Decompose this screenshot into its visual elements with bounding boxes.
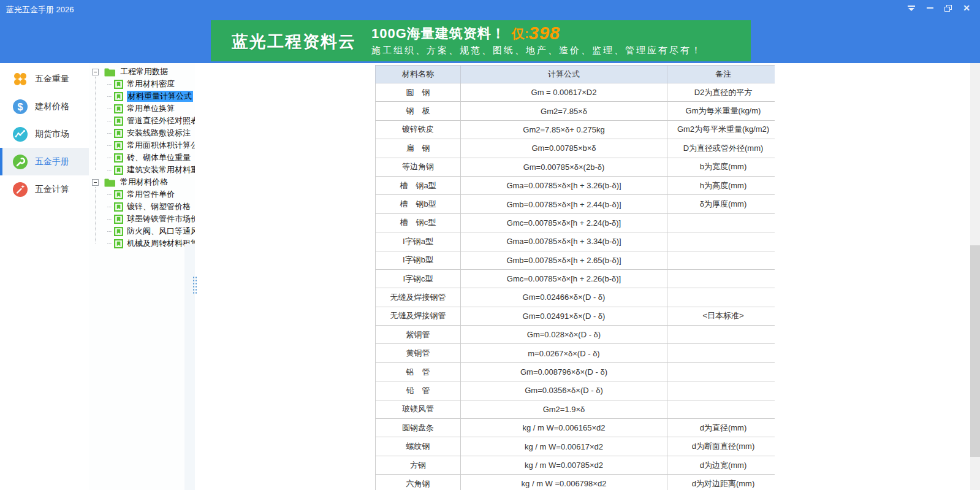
tree-section: 常用材料价格常用管件单价镀锌、钢塑管价格球墨铸铁管件市场价防火阀、风口等通风机械… xyxy=(89,176,195,250)
table-row: 钢 板Gm2=7.85×δGm为每米重量(kg/m) xyxy=(376,102,775,120)
material-name-cell: 玻镁风管 xyxy=(376,400,461,418)
tree-connector-stub xyxy=(107,219,112,220)
formula-cell: Gm=0.008796×δ×(D - δ) xyxy=(461,362,667,381)
price-icon: $ xyxy=(12,99,28,115)
app-window: 蓝光五金手册 2026 ✕ 蓝光工程资料云 100G海量建筑资料！ 仅: 398… xyxy=(0,0,980,490)
scrollbar-thumb[interactable] xyxy=(970,245,980,457)
document-icon xyxy=(114,153,123,163)
tree-connector-stub xyxy=(107,170,112,170)
table-row: 槽 钢a型Gma=0.00785×δ×[h + 3.26(b-δ)]h为高度(m… xyxy=(376,176,775,194)
formula-cell: kg / m W=0.00785×d2 xyxy=(461,456,667,474)
note-cell xyxy=(667,326,775,344)
formula-table-body: 圆 钢Gm = 0.00617×D2D2为直径的平方钢 板Gm2=7.85×δG… xyxy=(376,83,775,490)
document-icon xyxy=(114,141,123,150)
table-row: 无缝及焊接钢管Gm=0.02466×δ×(D - δ) xyxy=(376,288,775,307)
document-icon xyxy=(114,190,123,199)
table-row: 紫铜管Gm=0.028×δ×(D - δ) xyxy=(376,326,775,344)
tree-item[interactable]: 常用材料密度 xyxy=(89,78,195,90)
tree-connector-stub xyxy=(107,96,112,97)
sidebar-item-label: 五金重量 xyxy=(35,74,69,85)
collapse-icon[interactable] xyxy=(92,179,99,186)
note-cell xyxy=(667,269,775,288)
material-name-cell: 圆钢盘条 xyxy=(376,419,461,437)
column-header-formula: 计算公式 xyxy=(461,66,667,83)
table-header-row: 材料名称 计算公式 备注 xyxy=(376,66,775,83)
table-row: 圆 钢Gm = 0.00617×D2D2为直径的平方 xyxy=(376,83,775,102)
table-row: 铅 管Gm=0.0356×δ×(D - δ) xyxy=(376,381,775,400)
close-icon[interactable]: ✕ xyxy=(959,1,974,15)
tree-folder[interactable]: 常用材料价格 xyxy=(89,176,195,188)
table-row: I字钢a型Gma=0.00785×δ×[h + 3.34(b-δ)] xyxy=(376,232,775,251)
table-row: 铝 管Gm=0.008796×δ×(D - δ) xyxy=(376,362,775,381)
document-icon xyxy=(114,80,123,89)
sidebar-item-2[interactable]: $建材价格 xyxy=(0,93,89,120)
sidebar-item-4[interactable]: 五金手册 xyxy=(0,148,89,175)
sidebar: 五金重量$建材价格期货市场五金手册五金计算 xyxy=(0,63,89,490)
note-cell: d为直径(mm) xyxy=(667,419,775,437)
tree-connector-stub xyxy=(107,145,112,146)
note-cell: h为高度(mm) xyxy=(667,176,775,194)
material-name-cell: 无缝及焊接钢管 xyxy=(376,288,461,307)
tree-item-label: 球墨铸铁管件市场价 xyxy=(127,213,195,224)
formula-cell: Gm=0.028×δ×(D - δ) xyxy=(461,326,667,344)
material-name-cell: 铝 管 xyxy=(376,362,461,381)
tree-item[interactable]: 镀锌、钢塑管价格 xyxy=(89,201,195,213)
formula-cell: Gmb=0.00785×δ×[h + 2.65(b-δ)] xyxy=(461,251,667,269)
tree-connector-stub xyxy=(107,133,112,134)
table-row: 扁 钢Gm=0.00785×b×δD为直径或管外径(mm) xyxy=(376,139,775,158)
document-icon xyxy=(114,215,123,224)
table-row: 圆钢盘条kg / m W=0.006165×d2d为直径(mm) xyxy=(376,419,775,437)
manual-icon xyxy=(12,154,28,170)
document-icon xyxy=(114,104,123,113)
tree-item[interactable]: 机械及周转材料租赁 xyxy=(89,237,195,250)
tree-item[interactable]: 常用面积体积计算公 xyxy=(89,139,195,151)
panel-splitter-handle[interactable] xyxy=(192,276,197,294)
column-header-note: 备注 xyxy=(667,66,775,83)
tree-connector-stub xyxy=(107,84,112,85)
document-icon xyxy=(114,92,123,101)
window-controls: ✕ xyxy=(904,1,974,15)
promo-banner[interactable]: 蓝光工程资料云 100G海量建筑资料！ 仅: 398 施工组织、方案、规范、图纸… xyxy=(211,20,751,61)
material-name-cell: I字钢b型 xyxy=(376,251,461,269)
formula-cell: Gm=0.00785×b×δ xyxy=(461,139,667,158)
tree-item-label: 镀锌、钢塑管价格 xyxy=(127,201,191,212)
svg-text:$: $ xyxy=(18,101,23,112)
tree-item[interactable]: 球墨铸铁管件市场价 xyxy=(89,213,195,225)
sidebar-item-label: 五金手册 xyxy=(35,156,69,167)
tree-panel: 工程常用数据常用材料密度材料重量计算公式常用单位换算管道直径外径对照表安装线路敷… xyxy=(89,63,195,490)
sidebar-item-3[interactable]: 期货市场 xyxy=(0,120,89,148)
skin-menu-icon[interactable] xyxy=(904,1,919,15)
tree-item[interactable]: 材料重量计算公式 xyxy=(89,90,195,102)
formula-cell: Gm=0.02466×δ×(D - δ) xyxy=(461,288,667,307)
note-cell xyxy=(667,400,775,418)
tree-item[interactable]: 常用单位换算 xyxy=(89,102,195,115)
formula-cell: Gm=0.02491×δ×(D - δ) xyxy=(461,307,667,325)
maximize-icon[interactable] xyxy=(941,1,955,15)
table-row: 等边角钢Gm=0.00785×δ×(2b-δ)b为宽度(mm) xyxy=(376,158,775,176)
tree-item[interactable]: 砖、砌体单位重量 xyxy=(89,151,195,164)
tree-folder-label: 常用材料价格 xyxy=(120,177,168,188)
sidebar-item-1[interactable]: 五金重量 xyxy=(0,65,89,93)
folder-icon xyxy=(104,67,116,77)
weight-icon xyxy=(12,71,28,87)
document-icon xyxy=(114,202,123,212)
formula-cell: Gmc=0.00785×δ×[h + 2.24(b-δ)] xyxy=(461,213,667,232)
sidebar-item-5[interactable]: 五金计算 xyxy=(0,175,89,203)
tree-item[interactable]: 安装线路敷设标注 xyxy=(89,127,195,139)
note-cell: Gm2为每平米重量(kg/m2) xyxy=(667,120,775,139)
table-row: 螺纹钢kg / m W=0.00617×d2d为断面直径(mm) xyxy=(376,437,775,456)
vertical-scrollbar[interactable] xyxy=(970,63,980,490)
tree-item-label: 砖、砌体单位重量 xyxy=(127,152,191,163)
tree-folder[interactable]: 工程常用数据 xyxy=(89,66,195,78)
material-name-cell: 铅 管 xyxy=(376,381,461,400)
note-cell xyxy=(667,213,775,232)
material-name-cell: 紫铜管 xyxy=(376,326,461,344)
collapse-icon[interactable] xyxy=(92,69,99,75)
tree-item[interactable]: 管道直径外径对照表 xyxy=(89,115,195,127)
tree-connector-stub xyxy=(107,243,112,244)
table-row: I字钢b型Gmb=0.00785×δ×[h + 2.65(b-δ)] xyxy=(376,251,775,269)
tree-item[interactable]: 防火阀、风口等通风 xyxy=(89,225,195,237)
minimize-icon[interactable] xyxy=(922,1,937,15)
tree-item[interactable]: 常用管件单价 xyxy=(89,188,195,201)
tree-item[interactable]: 建筑安装常用材料重 xyxy=(89,164,195,176)
